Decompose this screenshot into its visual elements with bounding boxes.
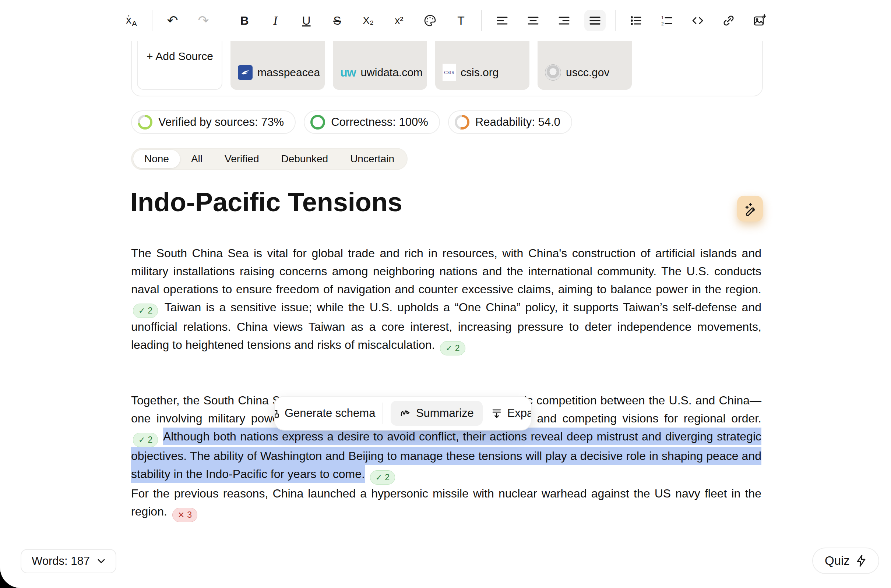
filter-tab-debunked[interactable]: Debunked bbox=[270, 150, 339, 168]
color-palette-button[interactable] bbox=[419, 10, 441, 31]
schema-icon bbox=[274, 408, 280, 419]
palette-icon bbox=[424, 14, 437, 27]
bold-button[interactable]: B bbox=[234, 10, 255, 31]
align-justify-button[interactable] bbox=[584, 10, 606, 31]
source-domain: uwidata.com bbox=[361, 66, 422, 79]
bullet-list-button[interactable] bbox=[625, 10, 646, 31]
superscript-icon: x² bbox=[395, 15, 403, 27]
bullet-list-icon bbox=[630, 14, 642, 27]
add-source-label: + Add Source bbox=[147, 50, 213, 62]
align-right-icon bbox=[558, 14, 570, 27]
filter-tab-none[interactable]: None bbox=[133, 150, 180, 168]
correctness-pill: Correctness: 100% bbox=[304, 110, 440, 134]
superscript-button[interactable]: x² bbox=[388, 10, 410, 31]
verified-badge[interactable]: ✓2 bbox=[133, 433, 158, 447]
formatting-toolbar: ẋA ↶ ↷ B I U S X₂ x² T bbox=[0, 0, 891, 41]
italic-button[interactable]: I bbox=[265, 10, 286, 31]
redo-icon: ↷ bbox=[198, 14, 209, 27]
subscript-icon: X₂ bbox=[363, 15, 374, 27]
generate-schema-label: Generate schema bbox=[285, 406, 375, 420]
debunked-badge[interactable]: ✕3 bbox=[172, 508, 197, 522]
code-icon bbox=[691, 14, 704, 27]
badge-count: 3 bbox=[187, 506, 192, 524]
quiz-label: Quiz bbox=[825, 554, 850, 568]
align-center-button[interactable] bbox=[523, 10, 544, 31]
undo-button[interactable]: ↶ bbox=[162, 10, 183, 31]
check-icon: ✓ bbox=[138, 431, 145, 449]
claim-filter-tabs: None All Verified Debunked Uncertain bbox=[131, 148, 407, 170]
ordered-list-button[interactable]: 1 2 bbox=[656, 10, 678, 31]
readability-label: Readability: 54.0 bbox=[475, 116, 560, 129]
link-button[interactable] bbox=[718, 10, 739, 31]
text-style-icon: T bbox=[457, 14, 465, 28]
paragraph-1[interactable]: The South China Sea is vital for global … bbox=[131, 244, 762, 356]
selection-highlight: Although both nations express a desire t… bbox=[131, 428, 762, 483]
menu-divider bbox=[383, 402, 383, 424]
italic-icon: I bbox=[273, 14, 277, 28]
uwidata-favicon-icon: uw bbox=[340, 66, 356, 80]
align-center-icon bbox=[527, 14, 539, 27]
badge-count: 2 bbox=[385, 468, 389, 486]
link-icon bbox=[722, 14, 735, 27]
selection-context-menu: Generate schema Summarize Expand bbox=[274, 396, 532, 430]
bold-icon: B bbox=[240, 14, 248, 28]
csis-favicon-icon: CSIS bbox=[443, 64, 456, 81]
quiz-button[interactable]: Quiz bbox=[812, 548, 879, 574]
summarize-menu-item[interactable]: Summarize bbox=[391, 401, 483, 426]
lightning-bolt-icon bbox=[856, 555, 867, 567]
word-count-label: Words: 187 bbox=[32, 555, 90, 568]
filter-tab-all[interactable]: All bbox=[180, 150, 213, 168]
filter-tab-uncertain[interactable]: Uncertain bbox=[339, 150, 406, 168]
align-right-button[interactable] bbox=[553, 10, 575, 31]
word-count-button[interactable]: Words: 187 bbox=[21, 549, 116, 573]
align-left-icon bbox=[496, 14, 508, 27]
align-left-button[interactable] bbox=[491, 10, 513, 31]
code-block-button[interactable] bbox=[687, 10, 708, 31]
cross-icon: ✕ bbox=[178, 506, 185, 524]
ai-rewrite-button[interactable] bbox=[737, 196, 763, 222]
summarize-icon bbox=[400, 407, 411, 419]
verified-badge[interactable]: ✓2 bbox=[370, 470, 395, 484]
subscript-button[interactable]: X₂ bbox=[358, 10, 379, 31]
insert-image-button[interactable] bbox=[749, 10, 770, 31]
badge-count: 2 bbox=[148, 431, 152, 449]
svg-text:2: 2 bbox=[661, 21, 664, 27]
page-title[interactable]: Indo-Pacific Tensions bbox=[130, 187, 403, 217]
check-icon: ✓ bbox=[138, 302, 145, 320]
toolbar-divider bbox=[481, 10, 482, 31]
uscc-favicon-icon bbox=[545, 64, 561, 81]
expand-menu-item[interactable]: Expand bbox=[491, 406, 532, 420]
verified-progress-ring-icon bbox=[138, 115, 152, 129]
verified-badge[interactable]: ✓2 bbox=[133, 304, 158, 318]
verified-by-sources-pill: Verified by sources: 73% bbox=[131, 110, 296, 134]
filter-tab-verified[interactable]: Verified bbox=[213, 150, 270, 168]
source-domain: csis.org bbox=[461, 66, 499, 79]
align-justify-icon bbox=[589, 14, 601, 27]
correctness-progress-ring-icon bbox=[310, 115, 325, 129]
chevron-down-icon bbox=[97, 559, 105, 564]
source-domain: masspeaceac bbox=[257, 66, 320, 79]
check-icon: ✓ bbox=[376, 468, 382, 486]
correctness-label: Correctness: 100% bbox=[331, 116, 428, 129]
strikethrough-button[interactable]: S bbox=[327, 10, 348, 31]
screen: ẋA ↶ ↷ B I U S X₂ x² T bbox=[0, 0, 891, 588]
magic-wand-icon bbox=[742, 201, 757, 216]
source-domain: uscc.gov bbox=[566, 66, 609, 79]
toolbar-divider bbox=[615, 10, 616, 31]
masspeaceac-favicon-icon bbox=[238, 65, 252, 80]
image-add-icon bbox=[753, 14, 766, 27]
text-segment bbox=[365, 467, 368, 480]
expand-icon bbox=[491, 407, 503, 419]
translate-button[interactable]: ẋA bbox=[121, 10, 142, 31]
generate-schema-menu-item[interactable]: Generate schema bbox=[284, 406, 375, 420]
readability-progress-ring-icon bbox=[455, 115, 469, 129]
verified-badge[interactable]: ✓2 bbox=[440, 341, 465, 356]
strikethrough-icon: S bbox=[333, 14, 341, 28]
text-segment bbox=[160, 430, 163, 443]
stats-row: Verified by sources: 73% Correctness: 10… bbox=[131, 110, 572, 134]
text-style-button[interactable]: T bbox=[450, 10, 472, 31]
translate-icon: ẋA bbox=[126, 14, 137, 28]
svg-text:1: 1 bbox=[661, 15, 664, 20]
underline-button[interactable]: U bbox=[296, 10, 317, 31]
redo-button[interactable]: ↷ bbox=[193, 10, 214, 31]
